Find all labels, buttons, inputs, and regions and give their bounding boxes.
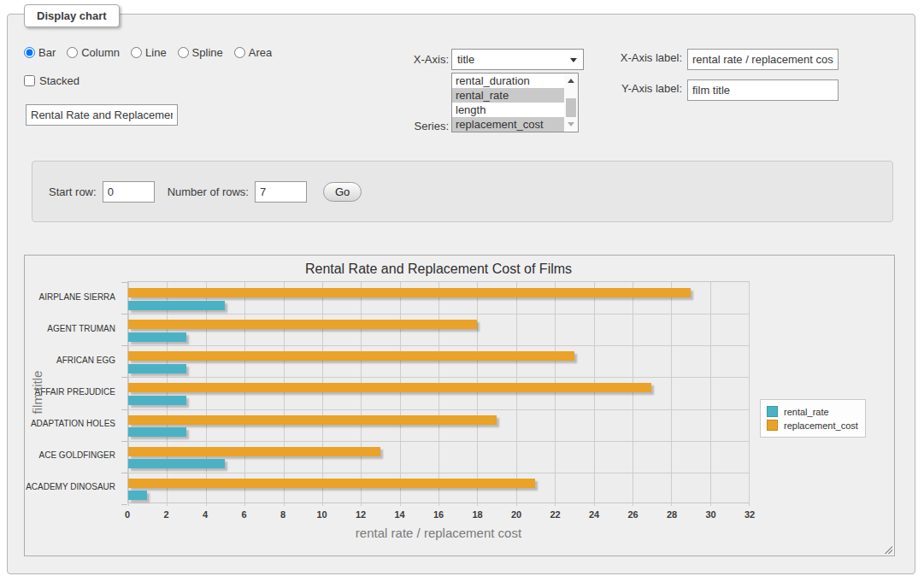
- x-tick-20: 20: [511, 509, 521, 520]
- bar-rental_rate: [128, 427, 186, 437]
- x-tick-14: 14: [394, 509, 404, 520]
- scrollbar-thumb[interactable]: [566, 98, 576, 117]
- gridline-y-5: [128, 441, 749, 442]
- y-tick-mark-6: [121, 473, 127, 473]
- chart-title-input[interactable]: [26, 104, 178, 126]
- start-row-input[interactable]: [103, 181, 155, 203]
- x-axis-select[interactable]: title: [451, 49, 584, 70]
- bar-rental_rate: [128, 332, 186, 342]
- x-tick-18: 18: [472, 509, 482, 520]
- x-axis-label-input[interactable]: [687, 49, 839, 70]
- x-tick-30: 30: [705, 509, 715, 520]
- category-label-1: AGENT TRUMAN: [47, 324, 115, 333]
- series-option-replacement_cost[interactable]: replacement_cost: [452, 117, 565, 132]
- x-tick-12: 12: [356, 509, 366, 520]
- x-axis-selected-value: title: [457, 53, 474, 66]
- number-of-rows-label: Number of rows:: [168, 185, 249, 198]
- category-label-5: ACE GOLDFINGER: [39, 450, 115, 460]
- radio-label: Spline: [192, 46, 223, 59]
- scroll-up-icon[interactable]: [568, 79, 574, 83]
- category-label-3: AFFAIR PREJUDICE: [35, 387, 115, 397]
- x-tick-2: 2: [163, 509, 168, 520]
- series-select-label: Series:: [358, 120, 449, 132]
- resize-handle-icon[interactable]: [883, 544, 892, 554]
- bar-replacement_cost: [128, 383, 651, 392]
- radio-line[interactable]: [131, 47, 142, 58]
- radio-label: Bar: [38, 46, 56, 59]
- x-tick-6: 6: [241, 509, 246, 520]
- bar-rental_rate: [128, 301, 225, 310]
- category-label-2: AFRICAN EGG: [56, 356, 115, 365]
- series-options: rental_durationrental_ratelengthreplacem…: [452, 73, 578, 132]
- x-tick-26: 26: [627, 509, 638, 520]
- gridline-x-32: [749, 282, 750, 506]
- bar-replacement_cost: [128, 415, 497, 425]
- y-axis-label-input[interactable]: [687, 79, 839, 101]
- chart-type-radios: BarColumnLineSplineArea: [24, 46, 283, 59]
- plot-area: [127, 281, 750, 503]
- radio-option-bar[interactable]: Bar: [24, 46, 56, 59]
- x-tick-16: 16: [433, 509, 444, 520]
- chart-container: Rental Rate and Replacement Cost of Film…: [24, 255, 895, 556]
- category-label-6: ACADEMY DINOSAUR: [26, 482, 115, 491]
- y-axis-title: film title: [30, 371, 44, 414]
- go-button[interactable]: Go: [323, 182, 362, 202]
- radio-label: Line: [145, 46, 167, 59]
- start-row-label: Start row:: [49, 185, 97, 198]
- y-tick-mark-7: [121, 504, 127, 505]
- category-label-0: AIRPLANE SIERRA: [39, 292, 115, 302]
- chart-legend: rental_ratereplacement_cost: [760, 399, 866, 438]
- stacked-option[interactable]: Stacked: [24, 74, 79, 87]
- stacked-checkbox[interactable]: [24, 75, 35, 86]
- bar-replacement_cost: [128, 351, 574, 361]
- bar-rental_rate: [128, 396, 186, 405]
- gridline-y-2: [128, 345, 749, 346]
- y-tick-mark-5: [121, 441, 127, 442]
- gridline-y-4: [128, 409, 749, 410]
- radio-label: Area: [249, 46, 272, 59]
- radio-option-column[interactable]: Column: [67, 46, 120, 59]
- fieldset-legend: Display chart: [24, 4, 120, 27]
- x-tick-0: 0: [125, 509, 130, 520]
- stacked-label: Stacked: [39, 74, 79, 87]
- y-tick-mark-4: [121, 409, 127, 410]
- number-of-rows-input[interactable]: [255, 181, 307, 203]
- y-tick-mark-0: [121, 282, 127, 283]
- bar-rental_rate: [128, 459, 225, 468]
- radio-option-line[interactable]: Line: [131, 46, 167, 59]
- radio-area[interactable]: [234, 47, 245, 58]
- bar-replacement_cost: [128, 447, 380, 456]
- x-axis-label-label: X-Axis label:: [591, 51, 682, 64]
- radio-column[interactable]: [67, 47, 78, 58]
- gridline-y-1: [128, 314, 749, 315]
- series-scrollbar[interactable]: [564, 73, 578, 132]
- y-tick-mark-1: [121, 314, 127, 315]
- x-tick-28: 28: [667, 509, 677, 520]
- series-option-length[interactable]: length: [452, 103, 565, 117]
- radio-option-area[interactable]: Area: [234, 46, 272, 59]
- x-tick-10: 10: [316, 509, 327, 520]
- x-axis-tick-labels: 02468101214161820222426283032: [127, 509, 750, 521]
- bar-rental_rate: [128, 364, 186, 373]
- gridline-y-3: [128, 377, 749, 378]
- legend-swatch-replacement_cost: [767, 420, 778, 431]
- bar-replacement_cost: [128, 479, 535, 488]
- y-axis-label-label: Y-Axis label:: [591, 82, 682, 95]
- scroll-down-icon[interactable]: [568, 122, 574, 126]
- radio-bar[interactable]: [24, 47, 35, 58]
- bar-replacement_cost: [128, 320, 477, 329]
- series-option-rental_rate[interactable]: rental_rate: [452, 88, 565, 103]
- legend-swatch-rental_rate: [767, 406, 778, 417]
- x-tick-32: 32: [744, 509, 755, 520]
- x-tick-22: 22: [550, 509, 560, 520]
- series-multiselect[interactable]: rental_durationrental_ratelengthreplacem…: [451, 73, 579, 132]
- x-axis-select-label: X-Axis:: [358, 53, 449, 66]
- radio-spline[interactable]: [178, 47, 189, 58]
- chart-title: Rental Rate and Replacement Cost of Film…: [127, 262, 750, 277]
- gridline-y-6: [128, 473, 749, 473]
- radio-option-spline[interactable]: Spline: [178, 46, 223, 59]
- series-option-rental_duration[interactable]: rental_duration: [452, 73, 565, 88]
- y-tick-mark-3: [121, 377, 127, 378]
- y-tick-mark-2: [121, 345, 127, 346]
- row-controls-panel: Start row: Number of rows: Go: [32, 161, 893, 222]
